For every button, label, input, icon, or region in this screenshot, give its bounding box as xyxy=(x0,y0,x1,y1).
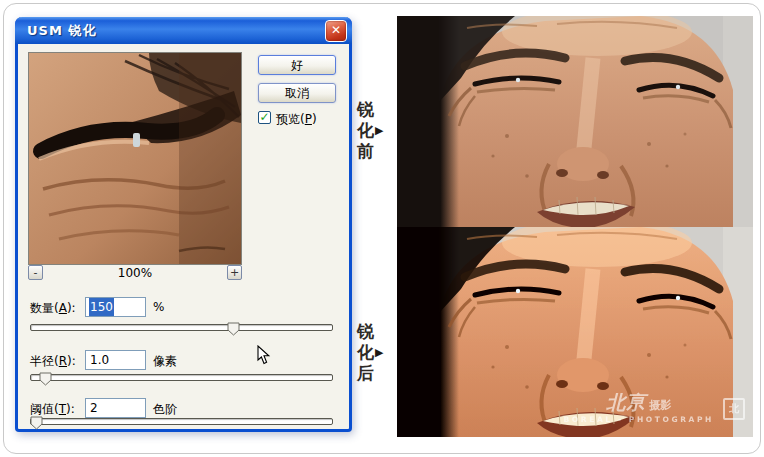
zoom-level: 100% xyxy=(28,266,242,280)
radius-slider[interactable] xyxy=(30,371,333,385)
radius-label: 半径(R): xyxy=(30,353,76,370)
zoom-in-button[interactable]: + xyxy=(227,265,242,280)
arrow-right-icon: ▶ xyxy=(375,346,383,359)
threshold-slider-thumb[interactable] xyxy=(30,415,43,429)
cancel-button[interactable]: 取消 xyxy=(258,83,336,103)
amount-label: 数量(A): xyxy=(30,300,76,317)
usm-sharpen-dialog: USM 锐化 ✕ - 100% + 好 取消 ✓ 预览(P) 数量(A): xyxy=(15,17,352,432)
dialog-titlebar[interactable]: USM 锐化 ✕ xyxy=(15,17,352,44)
ok-button[interactable]: 好 xyxy=(258,55,336,75)
radius-input[interactable]: 1.0 xyxy=(85,350,146,370)
radius-slider-thumb[interactable] xyxy=(39,371,52,385)
photo-before-sharpen xyxy=(397,16,753,227)
amount-slider-thumb[interactable] xyxy=(227,321,240,335)
threshold-slider-track[interactable] xyxy=(30,418,333,425)
preview-zoom-controls: - 100% + xyxy=(28,265,242,281)
photo-after-sharpen: 北亰摄影 BOREAL - PHOTOGRAPH 北 xyxy=(397,227,753,437)
label-after-sharpen: 锐 化 后 ▶ xyxy=(357,321,383,384)
label-before-sharpen: 锐 化 前 ▶ xyxy=(357,99,383,162)
amount-input[interactable]: 150 xyxy=(85,297,146,317)
eye-closeup-image xyxy=(29,53,241,264)
close-icon[interactable]: ✕ xyxy=(325,20,347,42)
watermark-logo: 北 xyxy=(723,398,745,420)
dialog-title: USM 锐化 xyxy=(27,22,96,40)
preview-checkbox[interactable]: ✓ xyxy=(258,111,271,124)
arrow-right-icon: ▶ xyxy=(375,124,383,137)
amount-slider-track[interactable] xyxy=(30,324,333,331)
watermark: 北亰摄影 BOREAL - PHOTOGRAPH 北 xyxy=(564,394,745,424)
preview-checkbox-label: 预览(P) xyxy=(276,111,317,128)
threshold-slider[interactable] xyxy=(30,415,333,429)
amount-unit: % xyxy=(153,300,164,314)
radius-slider-track[interactable] xyxy=(30,374,333,381)
amount-slider[interactable] xyxy=(30,321,333,335)
sharpen-preview-image[interactable] xyxy=(28,52,242,265)
radius-unit: 像素 xyxy=(153,353,177,370)
